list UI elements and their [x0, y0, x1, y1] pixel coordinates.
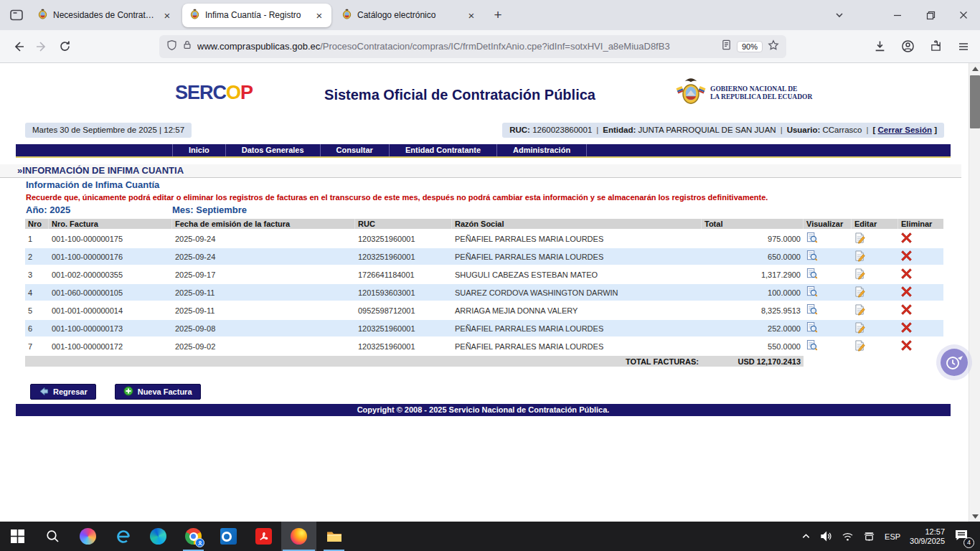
- editar-icon[interactable]: [854, 339, 866, 353]
- sercop-logo: SERCOP: [175, 82, 253, 104]
- month-label: Mes:: [172, 204, 194, 215]
- cell-factura: 001-001-000000014: [49, 302, 172, 319]
- separator: |: [596, 126, 598, 134]
- cell-fecha: 2025-09-24: [172, 248, 355, 265]
- cell-factura: 001-100-000000173: [49, 320, 172, 336]
- visualizar-icon[interactable]: [806, 339, 818, 353]
- total-label: TOTAL FACTURAS:: [25, 356, 702, 367]
- nav-item-entidad-contratante[interactable]: Entidad Contratante: [389, 144, 496, 156]
- editar-icon[interactable]: [854, 232, 866, 245]
- visualizar-icon[interactable]: [806, 321, 818, 335]
- copilot-icon[interactable]: [70, 522, 105, 551]
- new-tab-button[interactable]: +: [488, 5, 508, 25]
- scroll-down-icon[interactable]: [969, 511, 980, 522]
- visualizar-icon[interactable]: [806, 268, 818, 281]
- visualizar-icon[interactable]: [806, 250, 818, 263]
- nueva-factura-label: Nueva Factura: [138, 387, 192, 396]
- reload-icon[interactable]: [53, 35, 76, 58]
- site-favicon: [37, 9, 48, 22]
- table-row: 4 001-060-000000105 2025-09-11 120159360…: [25, 284, 943, 301]
- acrobat-icon[interactable]: [246, 522, 281, 551]
- list-all-tabs-icon[interactable]: [829, 5, 849, 25]
- tab-infima-cuantia[interactable]: Infima Cuantía - Registro ×: [182, 4, 331, 27]
- scrollbar-thumb[interactable]: [970, 75, 980, 128]
- keyboard-language[interactable]: ESP: [885, 532, 900, 541]
- url-bar[interactable]: www.compraspublicas.gob.ec/ProcesoContra…: [159, 35, 786, 58]
- editar-icon[interactable]: [854, 303, 866, 317]
- tab-catalogo[interactable]: Catálogo electrónico ×: [334, 4, 484, 27]
- eliminar-icon[interactable]: [901, 322, 912, 334]
- table-row: 3 001-002-000000355 2025-09-17 172664118…: [25, 266, 943, 283]
- tab-necesidades[interactable]: Necesidades de Contratación y ×: [30, 4, 179, 27]
- firefox-view-icon[interactable]: [6, 4, 27, 26]
- forward-icon[interactable]: [30, 35, 53, 58]
- floating-clock-widget[interactable]: [941, 349, 968, 376]
- editar-icon[interactable]: [854, 268, 866, 281]
- separator: |: [866, 126, 868, 134]
- nav-item-datos-generales[interactable]: Datos Generales: [225, 144, 320, 156]
- logout-link[interactable]: Cerrar Sesión: [878, 126, 932, 134]
- vertical-scrollbar[interactable]: [969, 63, 980, 522]
- zoom-level-chip[interactable]: 90%: [737, 41, 763, 52]
- volume-icon[interactable]: [820, 531, 832, 542]
- tab-close-icon[interactable]: ×: [465, 9, 478, 22]
- minimize-icon[interactable]: [881, 0, 914, 30]
- restore-icon[interactable]: [914, 0, 947, 30]
- nav-item-administracion[interactable]: Administración: [496, 144, 587, 156]
- tab-title: Necesidades de Contratación y: [53, 10, 156, 20]
- lock-icon[interactable]: [182, 39, 192, 53]
- tab-close-icon[interactable]: ×: [313, 9, 326, 22]
- taskbar-search-icon[interactable]: [35, 522, 70, 551]
- editar-icon[interactable]: [854, 250, 866, 263]
- eliminar-icon[interactable]: [901, 268, 912, 281]
- reader-view-icon[interactable]: [721, 39, 732, 53]
- visualizar-icon[interactable]: [806, 286, 818, 299]
- taskbar-clock[interactable]: 12:57 30/9/2025: [910, 527, 945, 546]
- scroll-up-icon[interactable]: [969, 63, 980, 74]
- eliminar-icon[interactable]: [901, 340, 912, 352]
- visualizar-icon[interactable]: [806, 232, 818, 245]
- firefox-icon[interactable]: [281, 522, 316, 551]
- chrome-icon[interactable]: [176, 522, 211, 551]
- table-header-row: Nro Nro. Factura Fecha de emisión de la …: [25, 219, 943, 229]
- eliminar-icon[interactable]: [901, 250, 912, 263]
- cell-total: 100.0000: [702, 284, 804, 301]
- visualizar-icon[interactable]: [806, 303, 818, 317]
- edge-icon[interactable]: [141, 522, 176, 551]
- editar-icon[interactable]: [854, 321, 866, 335]
- cell-total: 550.0000: [702, 338, 804, 354]
- wifi-icon[interactable]: [842, 532, 854, 542]
- regresar-button[interactable]: Regresar: [30, 384, 96, 400]
- internet-explorer-icon[interactable]: [105, 522, 141, 551]
- outlook-icon[interactable]: [211, 522, 246, 551]
- logo-part: O: [226, 82, 240, 103]
- toolbar-right-icons: [870, 37, 973, 56]
- bookmark-star-icon[interactable]: [768, 39, 779, 54]
- action-center-icon[interactable]: 4: [954, 529, 973, 545]
- nav-item-inicio[interactable]: Inicio: [172, 144, 225, 156]
- account-icon[interactable]: [898, 37, 917, 56]
- cell-razon-social: PEÑAFIEL PARRALES MARIA LOURDES: [452, 230, 702, 247]
- tab-close-icon[interactable]: ×: [161, 9, 174, 22]
- tray-chevron-up-icon[interactable]: [801, 532, 811, 541]
- editar-icon[interactable]: [854, 286, 866, 299]
- extensions-puzzle-icon[interactable]: [926, 37, 945, 56]
- file-explorer-icon[interactable]: [316, 522, 352, 551]
- back-icon[interactable]: [7, 35, 30, 58]
- nav-item-consultar[interactable]: Consultar: [320, 144, 389, 156]
- eliminar-icon[interactable]: [901, 304, 912, 316]
- cell-editar: [852, 302, 898, 319]
- cell-total: 8,325.9513: [702, 302, 804, 319]
- cell-fecha: 2025-09-24: [172, 230, 355, 247]
- close-icon[interactable]: [947, 0, 980, 30]
- start-button[interactable]: [0, 522, 35, 551]
- wireless-display-icon[interactable]: [863, 531, 875, 542]
- eliminar-icon[interactable]: [901, 232, 912, 245]
- downloads-icon[interactable]: [870, 37, 889, 56]
- eliminar-icon[interactable]: [901, 286, 912, 298]
- screen: Necesidades de Contratación y × Infima C…: [0, 0, 980, 551]
- cell-factura: 001-060-000000105: [49, 284, 172, 301]
- menu-hamburger-icon[interactable]: [954, 37, 973, 56]
- tracking-shield-icon[interactable]: [166, 39, 177, 54]
- nueva-factura-button[interactable]: Nueva Factura: [115, 384, 201, 400]
